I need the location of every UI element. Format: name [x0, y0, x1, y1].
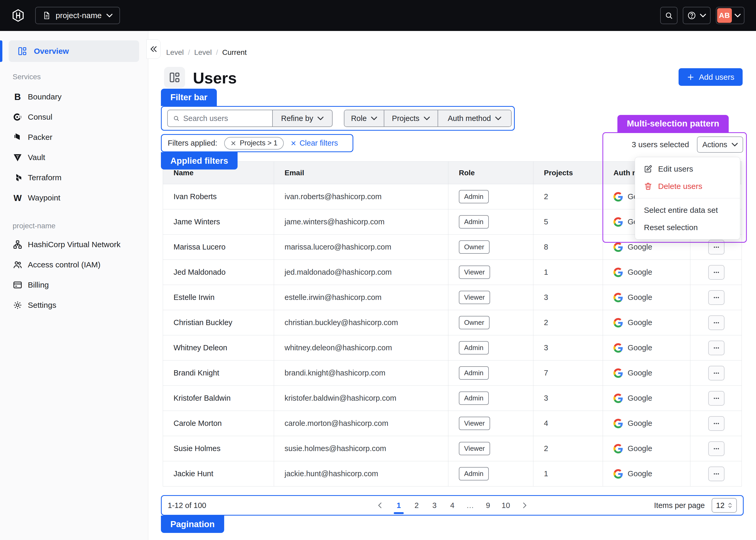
next-page-button[interactable]	[519, 495, 530, 516]
row-actions-button[interactable]	[708, 240, 724, 254]
table-row: Estelle Irwin estelle.irwin@hashicorp.co…	[163, 285, 742, 310]
pagination-ellipsis: …	[465, 495, 475, 516]
column-header-email[interactable]: Email	[274, 162, 448, 184]
previous-page-button[interactable]	[374, 495, 386, 516]
plus-icon	[687, 73, 694, 81]
row-actions-button[interactable]	[708, 366, 724, 380]
sidebar-item-label: Waypoint	[28, 194, 61, 202]
account-menu-button[interactable]: AB	[716, 7, 744, 24]
menu-item-delete-users[interactable]: Delete users	[635, 178, 740, 195]
clear-filters-button[interactable]: Clear filters	[291, 139, 338, 147]
user-role-cell: Admin	[448, 335, 533, 360]
sidebar-item-waypoint[interactable]: W Waypoint	[13, 190, 143, 206]
filter-chip-projects[interactable]: Projects > 1	[224, 137, 284, 150]
column-header-projects[interactable]: Projects	[533, 162, 603, 184]
role-badge: Admin	[459, 215, 489, 228]
row-actions-button[interactable]	[708, 316, 724, 330]
ellipsis-icon	[712, 445, 720, 453]
row-actions-button[interactable]	[708, 290, 724, 305]
help-menu-button[interactable]	[683, 7, 710, 24]
user-email-cell: ivan.roberts@hashicorp.com	[274, 184, 448, 209]
sidebar-item-overview[interactable]: Overview	[9, 41, 139, 62]
user-email-cell: whitney.deleon@hashicorp.com	[274, 335, 448, 360]
row-actions-button[interactable]	[708, 467, 724, 481]
sidebar-item-access-control-iam[interactable]: Access control (IAM)	[13, 257, 143, 273]
actions-dropdown-button[interactable]: Actions	[697, 136, 743, 153]
sidebar-item-boundary[interactable]: B Boundary	[13, 89, 143, 105]
row-actions-cell	[690, 310, 742, 335]
ellipsis-icon	[712, 394, 720, 402]
row-actions-button[interactable]	[708, 441, 724, 456]
row-actions-button[interactable]	[708, 265, 724, 280]
chevron-down-icon	[732, 143, 738, 147]
user-role-cell: Viewer	[448, 436, 533, 461]
refine-by-dropdown[interactable]: Refine by	[272, 110, 333, 127]
user-name-cell: Kristofer Baldwin	[163, 386, 274, 411]
column-header-role[interactable]: Role	[448, 162, 533, 184]
pagination-page-4[interactable]: 4	[447, 495, 457, 516]
projects-filter-dropdown[interactable]: Projects	[384, 110, 438, 126]
pagination-page-2[interactable]: 2	[412, 495, 422, 516]
role-badge: Admin	[459, 366, 489, 380]
applied-filters-row: Filters applied: Projects > 1 Clear filt…	[161, 134, 353, 152]
auth-method-name: Google	[628, 268, 652, 277]
sidebar-item-billing[interactable]: Billing	[13, 277, 143, 293]
consul-logo-icon	[13, 112, 23, 122]
ellipsis-icon	[712, 319, 720, 327]
sidebar-collapse-button[interactable]	[146, 39, 161, 59]
user-auth-method-cell: Google	[603, 310, 690, 335]
row-actions-button[interactable]	[708, 391, 724, 406]
row-actions-button[interactable]	[708, 416, 724, 431]
sidebar-item-terraform[interactable]: Terraform	[13, 170, 143, 186]
pagination-page-10[interactable]: 10	[501, 495, 511, 516]
user-role-cell: Viewer	[448, 411, 533, 436]
sidebar-item-packer[interactable]: Packer	[13, 129, 143, 145]
sidebar-item-vault[interactable]: Vault	[13, 150, 143, 165]
auth-method-name: Google	[628, 343, 652, 352]
chevron-right-icon	[521, 501, 529, 509]
breadcrumb-item[interactable]: Level	[194, 48, 212, 57]
pagination-page-9[interactable]: 9	[483, 495, 493, 516]
top-nav-right: AB	[660, 7, 744, 24]
user-role-cell: Admin	[448, 461, 533, 486]
google-logo-icon	[613, 192, 623, 202]
row-actions-cell	[690, 436, 742, 461]
google-logo-icon	[613, 268, 623, 277]
trash-icon	[644, 182, 652, 191]
pagination-page-1[interactable]: 1	[394, 495, 404, 516]
menu-item-reset-selection[interactable]: Reset selection	[635, 219, 740, 236]
page-title: Users	[193, 69, 237, 87]
actions-menu: Edit users Delete users Select entire da…	[635, 157, 740, 239]
google-logo-icon	[613, 318, 623, 328]
auth-method-filter-dropdown[interactable]: Auth method	[438, 110, 511, 126]
user-email-cell: christian.buckley@hashicorp.com	[274, 310, 448, 335]
project-selector-dropdown[interactable]: project-name	[35, 7, 120, 24]
table-row: Kristofer Baldwin kristofer.baldwin@hash…	[163, 386, 742, 411]
google-logo-icon	[613, 368, 623, 378]
table-row: Jackie Hunt jackie.hunt@hashicorp.com Ad…	[163, 461, 742, 486]
chevron-left-icon	[376, 501, 384, 509]
pagination-page-3[interactable]: 3	[429, 495, 439, 516]
user-name-cell: Christian Buckley	[163, 310, 274, 335]
user-name-cell: Marissa Lucero	[163, 234, 274, 259]
search-users-input[interactable]	[183, 114, 267, 123]
items-per-page-stepper[interactable]: 12	[712, 498, 737, 513]
row-actions-button[interactable]	[708, 340, 724, 355]
user-auth-method-cell: Google	[603, 285, 690, 310]
role-filter-dropdown[interactable]: Role	[344, 110, 384, 126]
sidebar-item-consul[interactable]: Consul	[13, 109, 143, 125]
add-users-button[interactable]: Add users	[679, 68, 743, 86]
pagination-bar: 1-12 of 100 1234…910 Items per page 12	[161, 495, 744, 516]
google-logo-icon	[613, 293, 623, 302]
items-per-page-label: Items per page	[654, 501, 705, 510]
table-row: Whitney Deleon whitney.deleon@hashicorp.…	[163, 335, 742, 360]
menu-item-select-entire-data-set[interactable]: Select entire data set	[635, 202, 740, 219]
sidebar-item-hashicorp-virtual-network[interactable]: HashiCorp Virtual Network	[13, 237, 143, 252]
menu-item-edit-users[interactable]: Edit users	[635, 160, 740, 178]
menu-divider	[635, 198, 740, 199]
global-search-button[interactable]	[660, 7, 678, 24]
breadcrumb-item[interactable]: Level	[166, 48, 184, 57]
row-actions-cell	[690, 335, 742, 360]
project-section-heading: project-name	[13, 221, 143, 231]
sidebar-item-settings[interactable]: Settings	[13, 297, 143, 313]
